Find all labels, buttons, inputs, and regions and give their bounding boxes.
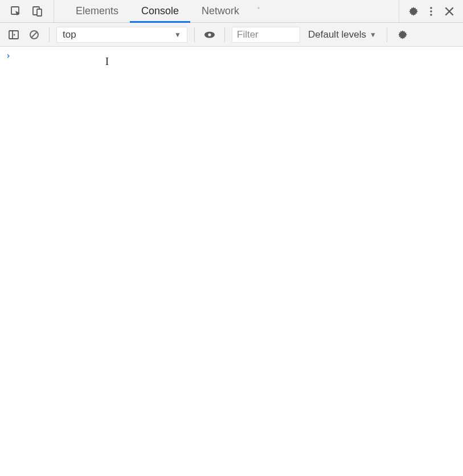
svg-rect-2 [37,9,42,16]
toolbar-divider [194,27,195,42]
live-expression-icon[interactable] [202,27,218,43]
more-menu-icon[interactable] [423,3,439,19]
close-icon[interactable] [441,3,457,19]
devtools-tabbar: Elements Console Network [0,0,463,23]
levels-label: Default levels [308,29,366,40]
tabbar-tabs: Elements Console Network [54,0,399,22]
tab-network[interactable]: Network [190,0,251,22]
clear-console-icon[interactable] [26,27,42,43]
inspect-element-icon[interactable] [8,3,24,19]
device-toolbar-icon[interactable] [30,3,46,19]
chevron-down-icon: ▼ [174,31,181,39]
tabbar-right-tools [399,0,463,22]
execution-context-select[interactable]: top ▼ [56,27,187,43]
tab-elements[interactable]: Elements [64,0,130,22]
prompt-marker-icon: › [5,50,14,62]
chevron-down-icon: ▼ [370,31,376,39]
toolbar-divider [387,27,387,42]
context-value: top [63,29,76,40]
tab-label: Network [202,5,239,17]
console-input[interactable]: I [14,50,458,62]
tab-label: Console [141,5,179,17]
tab-label: Elements [76,5,118,17]
settings-icon[interactable] [405,3,421,19]
console-toolbar: top ▼ Default levels ▼ [0,23,463,47]
console-sidebar-toggle-icon[interactable] [6,27,22,43]
tab-console[interactable]: Console [130,0,190,22]
filter-input[interactable] [232,27,300,43]
tabs-overflow-button[interactable] [251,0,267,16]
console-output: › I [0,47,463,65]
svg-point-9 [208,33,211,36]
console-prompt-row: › I [5,50,458,62]
toolbar-divider [49,27,50,42]
svg-point-4 [430,10,432,13]
tabbar-left-tools [0,0,54,22]
svg-point-3 [430,7,432,9]
svg-point-5 [430,14,432,16]
toolbar-divider [224,27,225,42]
console-settings-icon[interactable] [394,27,410,43]
text-cursor-icon: I [105,56,109,67]
log-levels-select[interactable]: Default levels ▼ [305,27,380,43]
